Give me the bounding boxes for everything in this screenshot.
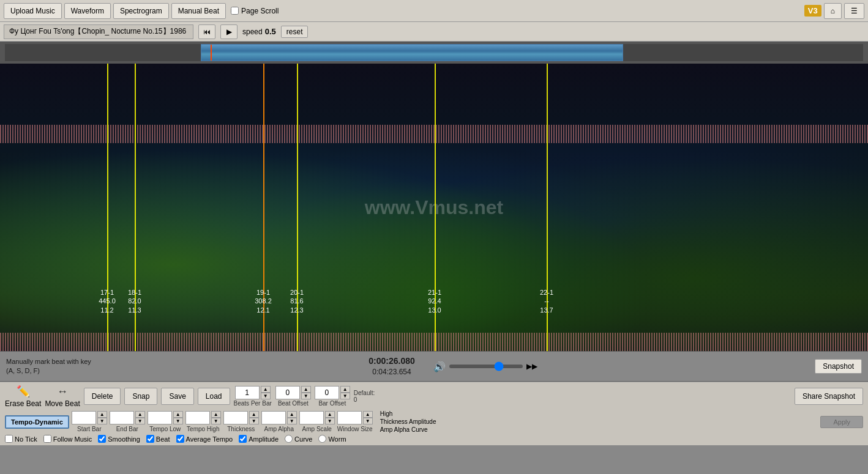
- no-tick-checkbox[interactable]: [5, 435, 13, 443]
- beat-label-21: 21-192.413.0: [428, 288, 441, 314]
- move-icon[interactable]: ↔️: [57, 385, 68, 398]
- status-bar: Manually mark beat with key (A, S, D, F)…: [0, 351, 868, 382]
- amp-alpha-down[interactable]: ▼: [287, 418, 297, 424]
- erase-beat-group: ✏️ Erase Beat: [5, 385, 41, 408]
- average-tempo-checkbox[interactable]: [176, 435, 184, 443]
- beat-offset-input[interactable]: [275, 386, 300, 399]
- amp-scale-input[interactable]: [299, 411, 324, 424]
- top-toolbar: Upload Music Waveform Spectrogram Manual…: [0, 0, 868, 22]
- time-display: 0:00:26.080 0:04:23.654: [369, 355, 415, 377]
- controls-row1: ✏️ Erase Beat ↔️ Move Beat Delete Snap S…: [5, 385, 863, 408]
- amp-alpha-up[interactable]: ▲: [287, 411, 297, 418]
- bar-offset-up[interactable]: ▲: [340, 386, 350, 393]
- window-size-down[interactable]: ▼: [363, 418, 373, 424]
- volume-slider[interactable]: [449, 365, 523, 368]
- snapshot-button[interactable]: Snapshot: [815, 359, 862, 374]
- high-thickness-amp-labels: High Thickness Amplitude Amp Alpha Curve: [380, 410, 436, 433]
- rewind-button[interactable]: ⏮: [198, 24, 215, 39]
- curve-radio-input[interactable]: [285, 435, 293, 443]
- tempo-high-down[interactable]: ▼: [211, 418, 221, 424]
- end-bar-group: ▲ ▼ End Bar: [110, 411, 145, 432]
- delete-button[interactable]: Delete: [84, 388, 121, 405]
- controls-row3: No Tick Follow Music Smoothing Beat Aver…: [5, 435, 863, 443]
- move-beat-group: ↔️ Move Beat: [45, 385, 80, 408]
- follow-music-checkbox[interactable]: [43, 435, 51, 443]
- thickness-amplitude-label: Thickness Amplitude: [380, 418, 436, 425]
- tempo-high-label: Tempo High: [187, 426, 219, 432]
- amp-scale-group: ▲ ▼ Amp Scale: [299, 411, 335, 432]
- beat-offset-down[interactable]: ▼: [301, 393, 311, 399]
- upload-music-button[interactable]: Upload Music: [4, 3, 62, 19]
- waveform-button[interactable]: Waveform: [64, 3, 111, 19]
- thickness-input[interactable]: [223, 411, 248, 424]
- window-size-up[interactable]: ▲: [363, 411, 373, 418]
- save-button[interactable]: Save: [161, 388, 193, 405]
- tempo-low-input[interactable]: [148, 411, 172, 424]
- tempo-dynamic-button[interactable]: Tempo-Dynamic: [5, 415, 69, 429]
- settings-button[interactable]: ☰: [844, 3, 864, 19]
- beats-per-bar-up[interactable]: ▲: [261, 386, 271, 393]
- play-button[interactable]: ▶: [220, 24, 238, 39]
- amp-alpha-curve-label: Amp Alpha Curve: [380, 426, 436, 433]
- apply-button[interactable]: Apply: [820, 416, 863, 428]
- beats-per-bar-input[interactable]: [235, 386, 260, 399]
- tempo-low-group: ▲ ▼ Tempo Low: [148, 411, 183, 432]
- default-area: Default: 0: [354, 390, 375, 403]
- beat-label-20: 20-181.612.3: [290, 288, 304, 314]
- bar-offset-group: ▲ ▼ Bar Offset: [315, 386, 350, 407]
- spectrogram-area[interactable]: www.Vmus.net 17-1445.011.2 18-182.011.3 …: [0, 64, 868, 351]
- worm-radio-input[interactable]: [318, 435, 326, 443]
- song-bar: Фу Цонг Fou Ts'ong【Chopin_ Nocturne No.1…: [0, 22, 868, 42]
- no-tick-check: No Tick: [5, 435, 37, 443]
- window-size-input[interactable]: [337, 411, 362, 424]
- snap-button[interactable]: Snap: [124, 388, 157, 405]
- spectrogram-button[interactable]: Spectrogram: [113, 3, 169, 19]
- start-bar-input[interactable]: [72, 411, 96, 424]
- thickness-up[interactable]: ▲: [249, 411, 259, 418]
- beat-offset-up[interactable]: ▲: [301, 386, 311, 393]
- tempo-low-up[interactable]: ▲: [173, 411, 183, 418]
- end-bar-input[interactable]: [110, 411, 134, 424]
- reset-button[interactable]: reset: [281, 26, 309, 38]
- amp-alpha-input[interactable]: [261, 411, 286, 424]
- tempo-high-group: ▲ ▼ Tempo High: [185, 411, 221, 432]
- beat-label-17: 17-1445.011.2: [99, 288, 116, 314]
- share-snapshot-button[interactable]: Share Snapshot: [795, 388, 863, 405]
- page-scroll-checkbox[interactable]: [231, 7, 239, 15]
- tempo-high-input[interactable]: [185, 411, 210, 424]
- bar-offset-down[interactable]: ▼: [340, 393, 350, 399]
- amplitude-check: Amplitude: [239, 435, 279, 443]
- load-button[interactable]: Load: [198, 388, 230, 405]
- high-label: High: [380, 410, 436, 417]
- waveform-overview[interactable]: [0, 42, 868, 64]
- end-bar-down[interactable]: ▼: [135, 418, 145, 424]
- tempo-low-down[interactable]: ▼: [173, 418, 183, 424]
- beat-label-22: 22-1--13.7: [540, 288, 553, 314]
- curve-radio: Curve: [285, 435, 312, 443]
- beat-checkbox[interactable]: [146, 435, 154, 443]
- erase-beat-label: Erase Beat: [5, 399, 41, 408]
- tempo-high-up[interactable]: ▲: [211, 411, 221, 418]
- waveform-track[interactable]: [201, 44, 623, 61]
- thickness-label: Thickness: [227, 426, 255, 432]
- amp-scale-up[interactable]: ▲: [325, 411, 335, 418]
- default-value: 0: [354, 396, 375, 403]
- window-size-label: Window Size: [337, 426, 373, 432]
- speed-area: speed 0.5: [242, 27, 276, 36]
- bar-offset-input[interactable]: [315, 386, 339, 399]
- bar-offset-spinners: ▲ ▼: [340, 386, 350, 399]
- amp-scale-down[interactable]: ▼: [325, 418, 335, 424]
- start-bar-down[interactable]: ▼: [97, 418, 107, 424]
- window-size-group: ▲ ▼ Window Size: [337, 411, 373, 432]
- beat-label-19: 19-1308.212.1: [255, 288, 272, 314]
- thickness-down[interactable]: ▼: [249, 418, 259, 424]
- smoothing-checkbox[interactable]: [98, 435, 106, 443]
- end-bar-up[interactable]: ▲: [135, 411, 145, 418]
- erase-icon[interactable]: ✏️: [17, 385, 30, 398]
- home-button[interactable]: ⌂: [824, 3, 842, 19]
- amplitude-checkbox[interactable]: [239, 435, 247, 443]
- bar-offset-label: Bar Offset: [318, 400, 346, 407]
- manual-beat-button[interactable]: Manual Beat: [171, 3, 226, 19]
- beats-per-bar-down[interactable]: ▼: [261, 393, 271, 399]
- start-bar-up[interactable]: ▲: [97, 411, 107, 418]
